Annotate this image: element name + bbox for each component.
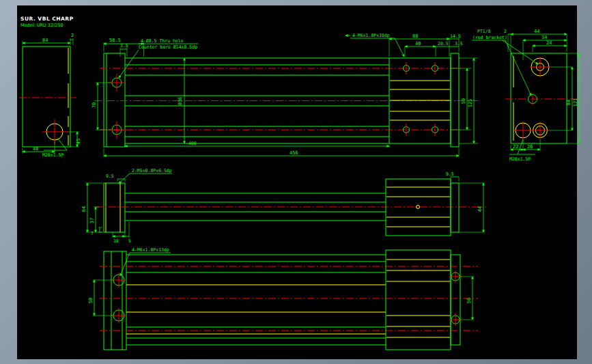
bottom-note-tap: 4-M6x1.0Px13dp <box>132 247 169 253</box>
front-dim-body: 400 <box>188 141 197 146</box>
left-end-thread-note: M20x1.5P <box>42 152 64 158</box>
left-end-dim-bottom: 48 <box>33 146 38 152</box>
bottom-dim-hole-pitch: 50 <box>88 298 94 303</box>
front-note-cbore-1: 4-Ø8.5 Thru hole <box>141 38 184 44</box>
left-end-dim-width: 84 <box>42 38 48 43</box>
front-dim-head-step: 20.5 <box>438 41 449 46</box>
front-dim-rodpitch: 70 <box>91 102 97 108</box>
bottom-dim-right-pitch: 56 <box>466 298 472 303</box>
right-end-thread-note: M20x1.5P <box>509 156 531 162</box>
drawing-title: SUR. VBL CHARP <box>20 16 74 22</box>
model-space-background <box>17 5 577 359</box>
top-dim-right-height: 44 <box>477 206 483 212</box>
right-end-dim-offset: 2 <box>504 29 507 34</box>
drawing-model: Model: URU 32/250 <box>20 23 64 28</box>
top-dim-b2: 5 <box>128 238 131 244</box>
front-dim-step: 3.5 <box>120 43 128 48</box>
front-dim-cap-step: 3.5 <box>455 41 463 46</box>
front-dim-cap: 14.5 <box>450 33 461 39</box>
front-dim-plate: 58.5 <box>109 38 121 43</box>
front-dim-head-inner: 40 <box>415 41 421 46</box>
right-end-port-note-2: (rod bracket) <box>473 35 507 40</box>
right-end-dim-w2: 34 <box>541 35 547 40</box>
right-end-dim-w3: 24 <box>546 40 552 46</box>
drawing-canvas: SUR. VBL CHARP Model: URU 32/250 84 2 48… <box>0 0 592 364</box>
left-end-dim-offset: 2 <box>71 33 74 38</box>
front-dim-head: 88 <box>412 33 418 39</box>
right-end-dim-w1: 44 <box>534 29 539 34</box>
front-dim-total: 456 <box>290 150 298 156</box>
front-note-cbore-2: Counter bore Ø14x8.5dp <box>139 44 197 50</box>
top-dim-b3: 7 <box>91 231 94 236</box>
top-note-tap: 2-M5x0.8Px6.5dp <box>132 168 172 173</box>
top-dim-half: 37 <box>89 218 95 223</box>
front-dim-bore: Ø36 <box>178 97 183 106</box>
top-dim-height: 64 <box>81 206 87 212</box>
cad-application-window: SUR. VBL CHARP Model: URU 32/250 84 2 48… <box>0 0 592 364</box>
right-end-dim-b2: 26 <box>527 144 533 150</box>
right-end-port-note-1: PT1/8 <box>477 29 491 34</box>
top-dim-cap-left: 9.5 <box>106 173 114 179</box>
right-end-dim-b1: 22 <box>513 144 518 150</box>
top-dim-cap-right: 9.5 <box>446 171 454 177</box>
right-end-dim-hinner: 84 <box>566 100 572 105</box>
top-dim-b1: 16 <box>113 238 119 244</box>
front-dim-right-inner: 59 <box>461 98 466 104</box>
front-dim-right-outer: 125 <box>468 99 473 108</box>
front-note-tap: 4-M6x1.0Px10dp <box>352 33 390 38</box>
right-end-dim-houter: 121 <box>573 98 578 107</box>
left-end-dim-side: 45 <box>76 139 81 144</box>
